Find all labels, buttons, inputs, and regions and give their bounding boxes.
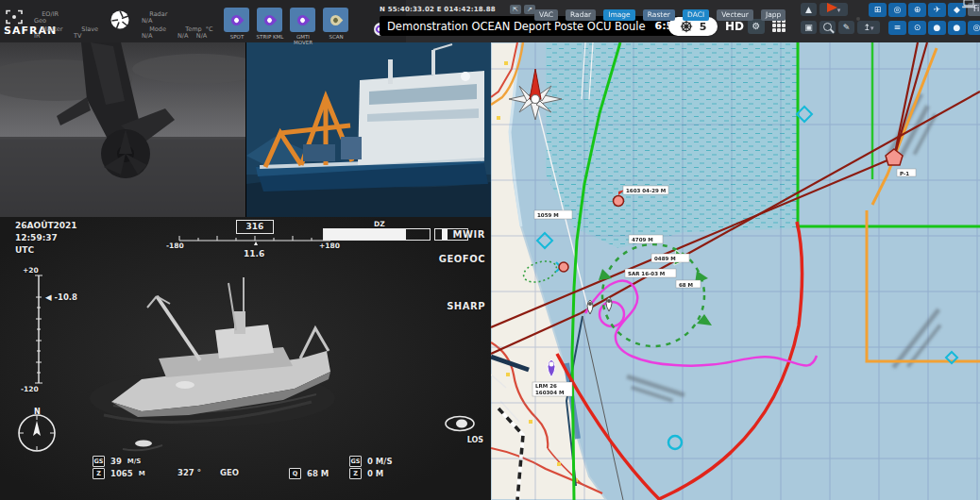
stat-master: MasterIR <box>34 19 62 41</box>
osd-zoom-bar <box>323 228 431 241</box>
camera-heading: 327 ° GEO <box>177 468 239 477</box>
svg-text:LRM 26: LRM 26 <box>535 383 557 389</box>
mission-title: Demonstration OCEAN Deport Poste OCU Bou… <box>387 20 645 33</box>
strip-pin-icon <box>262 12 278 27</box>
hd-indicator: HD <box>725 20 744 33</box>
svg-text:4709 M: 4709 M <box>632 237 653 242</box>
stat-mode: ModeN/A <box>142 19 166 41</box>
sar-mode-gmti-button[interactable] <box>290 8 315 32</box>
groundspeed-icon: GS <box>93 456 105 467</box>
point-layer-2-button[interactable]: ● <box>948 21 966 35</box>
layer-chip-row: VAC Radar Image Raster DACI Vecteur Japp <box>534 3 788 21</box>
osd-timezone: UTC <box>15 245 34 255</box>
tactical-map[interactable]: 1603 04-29 M 4709 M 0489 M SAR 16-03 M 1… <box>491 42 980 500</box>
sar-mode-spot-label: SPOT <box>221 34 253 40</box>
flag-icon <box>827 3 837 12</box>
osd-sharp: SHARP <box>447 301 485 311</box>
osd-heading-box: 316 <box>236 220 274 234</box>
flag-dropdown-button[interactable]: ▾ <box>819 3 848 16</box>
buoy-layer-button[interactable]: ⊙ <box>908 21 926 35</box>
svg-text:68 M: 68 M <box>679 282 693 288</box>
los-eye-icon <box>444 415 476 432</box>
svg-text:N: N <box>34 408 41 416</box>
chip-raster[interactable]: Raster <box>643 9 675 21</box>
svg-text:1059 M: 1059 M <box>537 212 559 218</box>
chip-image[interactable]: Image <box>603 9 635 21</box>
svg-text:160304 M: 160304 M <box>535 390 564 395</box>
osd-geofoc: GEOFOC <box>439 254 485 264</box>
ring-layer-button[interactable]: ◎ <box>968 21 980 35</box>
osd-band: MWIR <box>453 229 485 240</box>
cursor-coordinates: N 55:40:33.02 E 014:42:18.88 <box>380 6 496 13</box>
osd-dz-label: DZ <box>374 220 385 228</box>
settings-gear-button[interactable]: ⚙ <box>748 19 765 34</box>
osd-scale-min: -180 <box>166 242 184 250</box>
thermal-image <box>0 217 491 500</box>
range-row: Q 68 M <box>289 468 329 479</box>
target-speed-row: GS0 M/S <box>349 456 393 467</box>
chip-japp[interactable]: Japp <box>761 9 786 21</box>
edit-button[interactable]: ✎ <box>838 21 854 34</box>
sliders-button[interactable]: ≡ <box>888 21 906 35</box>
point-layer-button[interactable]: ● <box>928 21 946 35</box>
svg-text:SAR 16-03 M: SAR 16-03 M <box>628 271 665 276</box>
sar-mode-strip-label: STRIP KML <box>254 34 286 40</box>
stat-temp: Temp °CN/A N/A <box>177 19 213 41</box>
vessel-count: 5 <box>700 21 707 33</box>
sar-mode-scan-label: SCAN <box>320 34 352 40</box>
frame-capture-button[interactable]: ▣ <box>801 21 817 34</box>
osd-date: 26AOÛT2021 <box>15 221 77 230</box>
sar-mode-spot-button[interactable] <box>224 8 249 32</box>
altitude-icon: Z <box>93 468 105 479</box>
gmti-pin-icon <box>296 12 311 27</box>
chip-daci[interactable]: DACI <box>683 9 709 21</box>
ocu-workstation: { "topbar": { "brand": "SAFRAN", "stats"… <box>0 0 980 500</box>
stat-slave: SlaveTV <box>74 19 98 41</box>
uav-ir-image <box>0 42 245 217</box>
range-icon: Q <box>289 468 301 479</box>
spot-pin-icon <box>229 12 245 27</box>
export-dropdown-button[interactable]: ↥▾ <box>857 21 880 34</box>
laptop-icon[interactable] <box>961 0 976 8</box>
thermal-mwir-viewport[interactable]: 26AOÛT2021 12:59:37 UTC 316 -180 +180 11… <box>0 217 491 500</box>
svg-text:P-1: P-1 <box>900 171 909 176</box>
search-icon <box>823 23 832 31</box>
helm-icon <box>680 20 693 33</box>
sar-mode-gmti-label: GMTI MOVER <box>287 34 319 45</box>
scan-pin-icon <box>329 12 344 27</box>
expand-view-button[interactable]: ⊞ <box>869 3 887 17</box>
target-bracket-icon <box>6 9 23 25</box>
video-feed-ship-color[interactable] <box>246 42 491 217</box>
osd-elev-marker: ◀ -10.8 <box>45 292 77 302</box>
osd-elev-scale <box>34 274 43 385</box>
osd-compass: N <box>13 408 60 455</box>
osd-azimuth: 11.6 <box>244 249 264 258</box>
target-alt-row: Z0 M <box>349 468 383 479</box>
aircraft-speed-row: GS 39M/S <box>93 456 141 467</box>
chip-vecteur[interactable]: Vecteur <box>717 9 753 21</box>
radar-scope-button[interactable]: ◎ <box>888 3 906 17</box>
osd-heading-tape <box>177 235 332 246</box>
top-toolbar: SAFRAN EO/IRGeo MasterIR SlaveTV RadarN/… <box>0 0 980 42</box>
osd-scale-max: +180 <box>319 242 340 250</box>
svg-text:1603 04-29 M: 1603 04-29 M <box>626 188 666 193</box>
video-feed-uav-ir[interactable] <box>0 42 245 217</box>
coord-copy-button[interactable]: ⇱ <box>510 5 521 14</box>
sar-mode-strip-button[interactable] <box>257 8 282 32</box>
sar-mode-scan-button[interactable] <box>323 8 348 32</box>
osd-los: LOS <box>467 436 483 444</box>
svg-text:0489 M: 0489 M <box>654 256 676 261</box>
shutter-icon[interactable] <box>110 9 130 30</box>
terrain-button[interactable]: ▲ <box>801 3 817 16</box>
apps-grid-button[interactable] <box>772 19 787 34</box>
chip-radar[interactable]: Radar <box>566 9 596 21</box>
geo-mode-label: GEO <box>220 468 239 477</box>
aircraft-alt-row: Z 1065M <box>93 468 145 479</box>
search-button[interactable] <box>819 21 836 34</box>
osd-elev-bottom: -120 <box>21 385 39 393</box>
target-lock-button[interactable]: ⊕ <box>908 3 926 17</box>
ship-color-image <box>246 42 491 217</box>
chip-vac[interactable]: VAC <box>534 9 558 21</box>
aircraft-layer-button[interactable]: ✈ <box>928 3 946 17</box>
osd-time: 12:59:37 <box>15 233 58 242</box>
